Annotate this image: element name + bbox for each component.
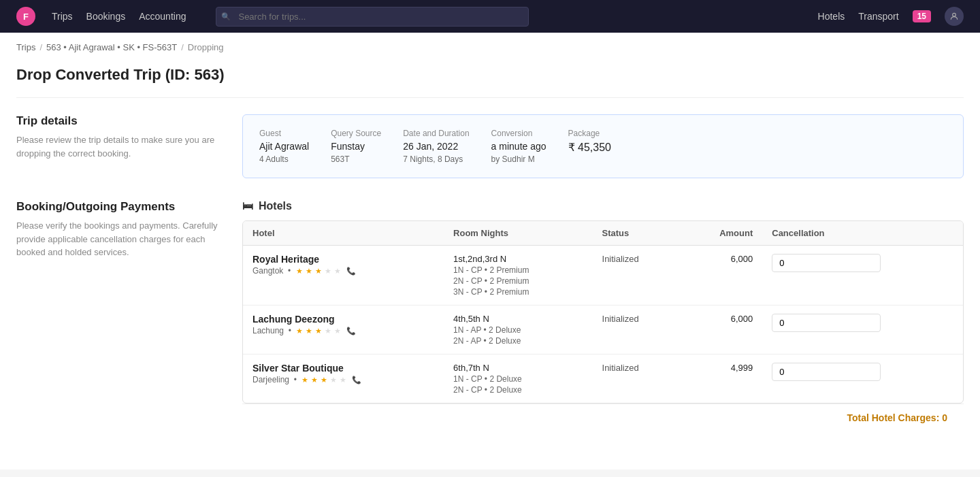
- breadcrumb: Trips / 563 • Ajit Agrawal • SK • FS-563…: [0, 33, 980, 58]
- hotel-name-2: Silver Star Boutique: [252, 363, 434, 374]
- logo[interactable]: F: [16, 7, 35, 26]
- cancellation-input-0[interactable]: [772, 254, 881, 272]
- page-content: Drop Converted Trip (ID: 563) Trip detai…: [0, 58, 980, 470]
- trip-guest: Guest Ajit Agrawal 4 Adults: [259, 129, 309, 164]
- trip-details-left: Trip details Please review the trip deta…: [16, 114, 220, 178]
- cancellation-cell-2: [762, 355, 963, 404]
- trip-card: Guest Ajit Agrawal 4 Adults Query Source…: [242, 114, 964, 178]
- bed-icon: 🛏: [242, 200, 253, 212]
- nav-bookings[interactable]: Bookings: [86, 11, 126, 22]
- hotel-cell-1: Lachung Deezong Lachung • ★★★★★ 📞: [243, 306, 444, 355]
- room-main-1: 4th,5th N: [453, 314, 583, 324]
- col-status: Status: [593, 221, 681, 246]
- room-nights-cell-2: 6th,7th N 1N - CP • 2 Deluxe2N - CP • 2 …: [444, 355, 592, 404]
- table-row: Royal Heritage Gangtok • ★★★★★ 📞 1st,2nd…: [243, 246, 963, 306]
- booking-payments-section: Booking/Outgoing Payments Please verify …: [16, 200, 964, 431]
- trip-details-section: Trip details Please review the trip deta…: [16, 114, 964, 178]
- total-hotel-charges-row: Total Hotel Charges: 0: [242, 404, 964, 431]
- amount-cell-1: 6,000: [680, 306, 762, 355]
- hotels-heading: Hotels: [259, 200, 292, 212]
- col-hotel: Hotel: [243, 221, 444, 246]
- cancellation-cell-0: [762, 246, 963, 306]
- col-amount: Amount: [680, 221, 762, 246]
- search-area: [216, 7, 529, 27]
- room-nights-cell-1: 4th,5th N 1N - AP • 2 Deluxe2N - AP • 2 …: [444, 306, 592, 355]
- col-cancellation: Cancellation: [762, 221, 963, 246]
- breadcrumb-current: Dropping: [188, 42, 224, 52]
- trip-date: Date and Duration 26 Jan, 2022 7 Nights,…: [403, 129, 469, 164]
- room-main-2: 6th,7th N: [453, 363, 583, 373]
- hotel-location-1: Lachung • ★★★★★ 📞: [252, 326, 434, 335]
- hotel-name-1: Lachung Deezong: [252, 314, 434, 325]
- user-avatar[interactable]: [945, 7, 964, 26]
- hotel-location-0: Gangtok • ★★★★★ 📞: [252, 266, 434, 276]
- breadcrumb-trip-detail[interactable]: 563 • Ajit Agrawal • SK • FS-563T: [46, 42, 177, 52]
- room-main-0: 1st,2nd,3rd N: [453, 254, 583, 264]
- status-cell-1: Initialized: [593, 306, 681, 355]
- status-cell-2: Initialized: [593, 355, 681, 404]
- trip-conversion: Conversion a minute ago by Sudhir M: [491, 129, 546, 164]
- booking-payments-left: Booking/Outgoing Payments Please verify …: [16, 200, 220, 431]
- status-badge-0: Initialized: [602, 254, 639, 264]
- nav-links: Trips Bookings Accounting: [52, 11, 186, 22]
- cancellation-input-1[interactable]: [772, 314, 881, 332]
- booking-payments-heading: Booking/Outgoing Payments: [16, 200, 220, 214]
- page-title: Drop Converted Trip (ID: 563): [16, 58, 964, 98]
- amount-cell-0: 6,000: [680, 246, 762, 306]
- nav-transport[interactable]: Transport: [858, 11, 898, 22]
- notification-badge[interactable]: 15: [913, 10, 931, 22]
- trip-details-right: Guest Ajit Agrawal 4 Adults Query Source…: [242, 114, 964, 178]
- trip-package: Package ₹ 45,350: [568, 129, 611, 164]
- table-row: Lachung Deezong Lachung • ★★★★★ 📞 4th,5t…: [243, 306, 963, 355]
- table-header-row: Hotel Room Nights Status Amount Cancella…: [243, 221, 963, 246]
- amount-cell-2: 4,999: [680, 355, 762, 404]
- booking-payments-right: 🛏 Hotels Hotel Room Nights Status Amount…: [242, 200, 964, 431]
- cancellation-cell-1: [762, 306, 963, 355]
- trip-query-source: Query Source Funstay 563T: [331, 129, 381, 164]
- status-cell-0: Initialized: [593, 246, 681, 306]
- room-nights-cell-0: 1st,2nd,3rd N 1N - CP • 2 Premium2N - CP…: [444, 246, 592, 306]
- cancellation-input-2[interactable]: [772, 363, 881, 381]
- total-hotel-label: Total Hotel Charges:: [847, 412, 939, 423]
- nav-hotels[interactable]: Hotels: [818, 11, 845, 22]
- hotels-table-wrap: Hotel Room Nights Status Amount Cancella…: [242, 220, 964, 404]
- status-badge-2: Initialized: [602, 363, 639, 373]
- trip-details-heading: Trip details: [16, 114, 220, 128]
- hotel-cell-0: Royal Heritage Gangtok • ★★★★★ 📞: [243, 246, 444, 306]
- booking-payments-desc: Please verify the bookings and payments.…: [16, 219, 220, 259]
- hotel-cell-2: Silver Star Boutique Darjeeling • ★★★★★ …: [243, 355, 444, 404]
- hotel-name-0: Royal Heritage: [252, 254, 434, 265]
- breadcrumb-trips[interactable]: Trips: [16, 42, 35, 52]
- total-hotel-value: 0: [942, 412, 947, 423]
- search-input[interactable]: [216, 7, 529, 27]
- hotels-table: Hotel Room Nights Status Amount Cancella…: [243, 221, 963, 403]
- status-badge-1: Initialized: [602, 314, 639, 324]
- trip-details-desc: Please review the trip details to make s…: [16, 133, 220, 160]
- hotels-header: 🛏 Hotels: [242, 200, 964, 212]
- col-room-nights: Room Nights: [444, 221, 592, 246]
- nav-right: Hotels Transport 15: [818, 7, 964, 26]
- table-row: Silver Star Boutique Darjeeling • ★★★★★ …: [243, 355, 963, 404]
- svg-point-0: [953, 13, 956, 16]
- hotel-location-2: Darjeeling • ★★★★★ 📞: [252, 375, 434, 384]
- nav-trips[interactable]: Trips: [52, 11, 73, 22]
- nav-accounting[interactable]: Accounting: [139, 11, 186, 22]
- navbar: F Trips Bookings Accounting Hotels Trans…: [0, 0, 980, 33]
